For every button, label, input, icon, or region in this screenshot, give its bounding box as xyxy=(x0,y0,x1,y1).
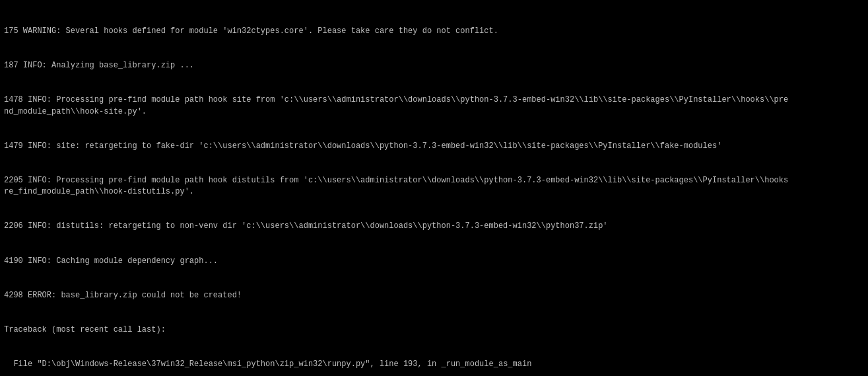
log-line-9: Traceback (most recent call last): xyxy=(4,324,864,336)
log-line-1: 175 WARNING: Several hooks defined for m… xyxy=(4,26,864,37)
log-line-8: 4298 ERROR: base_library.zip could not b… xyxy=(4,290,864,301)
log-line-3: 1478 INFO: Processing pre-find module pa… xyxy=(4,94,864,118)
log-line-10: File "D:\obj\Windows-Release\37win32_Rel… xyxy=(4,359,864,370)
log-line-6: 2206 INFO: distutils: retargeting to non… xyxy=(4,221,864,232)
terminal-window: 175 WARNING: Several hooks defined for m… xyxy=(0,0,868,376)
log-line-4: 1479 INFO: site: retargeting to fake-dir… xyxy=(4,141,864,152)
log-line-5: 2205 INFO: Processing pre-find module pa… xyxy=(4,175,864,198)
log-line-2: 187 INFO: Analyzing base_library.zip ... xyxy=(4,60,864,71)
log-line-7: 4190 INFO: Caching module dependency gra… xyxy=(4,256,864,267)
